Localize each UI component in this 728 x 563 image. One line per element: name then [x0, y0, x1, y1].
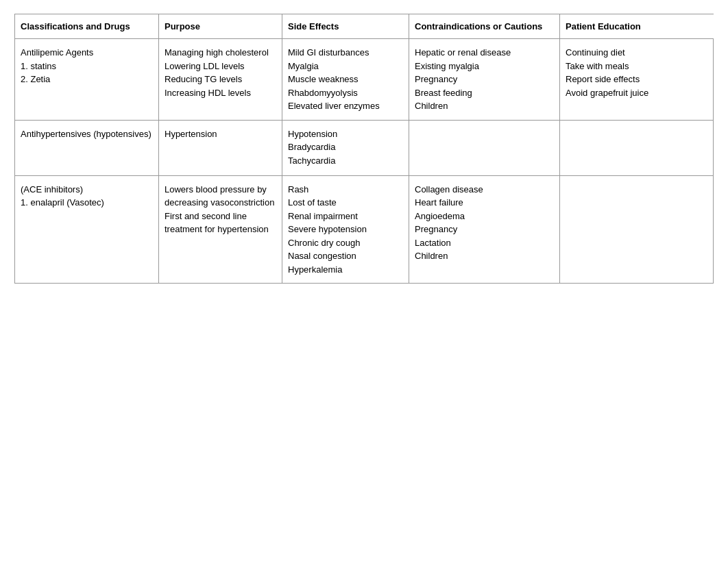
cell-row1-col4 — [560, 121, 714, 175]
header-col5: Patient Education — [560, 14, 714, 38]
cell-row2-col3: Collagen diseaseHeart failureAngioedemaP… — [409, 176, 560, 284]
cell-row0-col1: Managing high cholesterolLowering LDL le… — [159, 39, 282, 120]
cell-row1-col1: Hypertension — [159, 121, 282, 175]
header-col2: Purpose — [159, 14, 282, 38]
main-table: Classifications and Drugs Purpose Side E… — [14, 14, 714, 284]
cell-row2-col4 — [560, 176, 714, 284]
cell-row2-col0: (ACE inhibitors)1. enalapril (Vasotec) — [15, 176, 159, 284]
header-col3: Side Effects — [282, 14, 409, 38]
cell-row0-col0: Antilipemic Agents1. statins2. Zetia — [15, 39, 159, 120]
cell-row2-col2: RashLost of tasteRenal impairmentSevere … — [282, 176, 409, 284]
table-header: Classifications and Drugs Purpose Side E… — [15, 14, 713, 39]
table-body: Antilipemic Agents1. statins2. ZetiaMana… — [15, 39, 713, 283]
cell-row0-col3: Hepatic or renal diseaseExisting myalgia… — [409, 39, 560, 120]
cell-row1-col3 — [409, 121, 560, 175]
header-col4: Contraindications or Cautions — [409, 14, 560, 38]
table-row-1: Antihypertensives (hypotensives)Hyperten… — [15, 121, 713, 176]
cell-row2-col1: Lowers blood pressure by decreasing vaso… — [159, 176, 282, 284]
table-row-2: (ACE inhibitors)1. enalapril (Vasotec)Lo… — [15, 176, 713, 284]
cell-row0-col4: Continuing dietTake with mealsReport sid… — [560, 39, 714, 120]
header-col1: Classifications and Drugs — [15, 14, 159, 38]
table-row-0: Antilipemic Agents1. statins2. ZetiaMana… — [15, 39, 713, 121]
cell-row1-col2: HypotensionBradycardiaTachycardia — [282, 121, 409, 175]
cell-row1-col0: Antihypertensives (hypotensives) — [15, 121, 159, 175]
cell-row0-col2: Mild GI disturbancesMyalgiaMuscle weakne… — [282, 39, 409, 120]
